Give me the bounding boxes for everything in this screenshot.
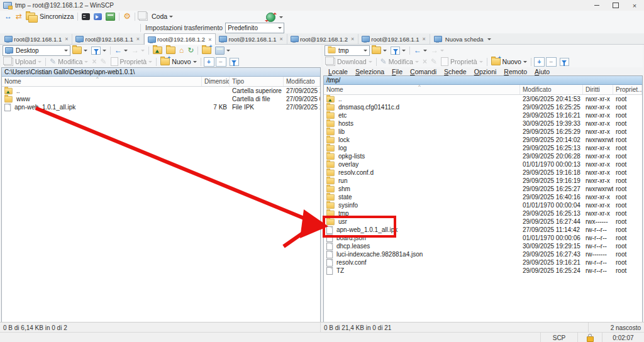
file-row[interactable]: apn-web_1.0.1_all.ipk7 KBFile IPK27/09/2… bbox=[2, 103, 320, 111]
file-row[interactable]: lib29/09/2025 16:25:29rwxr-xr-xroot bbox=[324, 128, 642, 136]
open-putty-button[interactable] bbox=[92, 11, 104, 21]
menu-schede[interactable]: Schede bbox=[440, 68, 470, 75]
download-button[interactable]: Download bbox=[325, 57, 374, 67]
column-header-rights[interactable]: Diritti bbox=[583, 85, 613, 94]
preferences-button[interactable]: ⚙ bbox=[121, 11, 133, 21]
session-refresh-button[interactable] bbox=[264, 12, 277, 22]
delete-button[interactable]: × bbox=[90, 57, 98, 67]
forward-button[interactable]: → bbox=[130, 45, 147, 55]
back-button[interactable]: ← bbox=[412, 45, 429, 55]
column-header-name[interactable]: Nome bbox=[2, 77, 202, 86]
file-row[interactable]: tmp29/09/2025 16:25:13rwxr-xr-xroot bbox=[324, 209, 642, 218]
file-row[interactable]: log29/09/2025 16:25:13rwxr-xr-xroot bbox=[324, 144, 642, 152]
view-style-button[interactable] bbox=[213, 45, 232, 55]
back-button[interactable]: ← bbox=[113, 45, 130, 55]
refresh-button[interactable]: ↻ bbox=[186, 45, 196, 55]
chevron-down-icon[interactable] bbox=[169, 16, 173, 19]
synchronize-browsing-button[interactable]: ⇄ bbox=[14, 11, 24, 21]
column-header-type[interactable]: Tipo bbox=[230, 77, 284, 86]
open-directory-button[interactable] bbox=[70, 45, 89, 55]
local-drive-select[interactable]: Desktop bbox=[3, 45, 70, 56]
remote-drive-select[interactable]: tmp bbox=[325, 45, 370, 56]
close-button[interactable]: × bbox=[625, 0, 644, 11]
session-tab[interactable]: root@192.168.1.1× bbox=[358, 34, 430, 44]
column-header-modified[interactable]: Modificato bbox=[520, 85, 583, 94]
add-bookmark-button[interactable] bbox=[200, 45, 213, 55]
new-button[interactable]: Nuovo bbox=[489, 57, 529, 67]
remote-path-bar[interactable]: /tmp/ bbox=[324, 76, 642, 85]
session-tab[interactable]: root@192.168.1.1× bbox=[216, 34, 287, 44]
column-header-modified[interactable]: Modificato bbox=[284, 77, 320, 86]
upload-button[interactable]: Upload bbox=[3, 57, 43, 67]
queue-button[interactable] bbox=[137, 11, 150, 21]
rename-button[interactable]: ✎ bbox=[98, 57, 108, 67]
select-add-button[interactable]: + bbox=[204, 57, 214, 67]
close-tab-icon[interactable]: × bbox=[422, 36, 426, 42]
new-button[interactable]: Nuovo bbox=[158, 57, 198, 67]
filter-button[interactable] bbox=[389, 45, 408, 55]
file-row[interactable]: hosts30/09/2025 19:39:33rwxr-xr-xroot bbox=[324, 119, 642, 128]
open-explorer-button[interactable] bbox=[104, 11, 117, 21]
properties-button[interactable]: Proprietà bbox=[439, 57, 485, 67]
file-row[interactable]: wwwCartella di file27/09/2025 00:29 bbox=[2, 95, 320, 103]
file-row[interactable]: state29/09/2025 16:40:16rwxr-xr-xroot bbox=[324, 193, 642, 201]
file-row[interactable]: overlay01/01/1970 00:00:13rwxr-xr-xroot bbox=[324, 160, 642, 168]
selection-filter-button[interactable] bbox=[230, 58, 239, 66]
file-row[interactable]: run29/09/2025 19:16:19rwxr-xr-xroot bbox=[324, 177, 642, 185]
edit-button[interactable]: ✎Modifica bbox=[379, 57, 421, 67]
file-row[interactable]: board.json01/01/1970 00:00:06rw-r--r--ro… bbox=[324, 234, 642, 242]
menu-file[interactable]: File bbox=[388, 68, 406, 75]
file-row[interactable]: ..Cartella superiore27/09/2025 12:26 bbox=[2, 87, 320, 95]
session-tab[interactable]: root@192.168.1.2× bbox=[144, 33, 216, 45]
file-row[interactable]: lock29/09/2025 20:14:02rwxrwxrwtroot bbox=[324, 136, 642, 144]
file-row[interactable]: sysinfo01/01/1970 00:00:04rwxr-xr-xroot bbox=[324, 201, 642, 209]
file-row[interactable]: usr29/09/2025 16:27:44rwx------root bbox=[324, 218, 642, 226]
close-tab-icon[interactable]: × bbox=[279, 36, 284, 42]
menu-aiuto[interactable]: Aiuto bbox=[531, 68, 553, 75]
local-path-bar[interactable]: C:\Users\Cristian Gallo\Desktop\apn-web1… bbox=[2, 68, 320, 77]
new-tab-button[interactable]: Nuova scheda bbox=[430, 34, 495, 44]
close-tab-icon[interactable]: × bbox=[208, 36, 212, 43]
menu-locale[interactable]: Locale bbox=[325, 68, 352, 75]
file-row[interactable]: dhcp.leases30/09/2025 19:29:15rw-r--r--r… bbox=[324, 242, 642, 250]
maximize-button[interactable] bbox=[606, 0, 625, 11]
edit-button[interactable]: ✎Modifica bbox=[48, 57, 90, 67]
column-header-name[interactable]: Nome bbox=[324, 85, 520, 94]
file-row[interactable]: resolv.conf29/09/2025 19:16:21rw-r--r--r… bbox=[324, 258, 642, 267]
select-remove-button[interactable]: − bbox=[546, 57, 557, 67]
session-tab[interactable]: root@192.168.1.1× bbox=[72, 34, 143, 44]
file-row[interactable]: shm29/09/2025 16:25:27rwxrwxrwtroot bbox=[324, 185, 642, 193]
minimize-button[interactable] bbox=[587, 0, 606, 11]
close-tab-icon[interactable]: × bbox=[350, 36, 355, 42]
protocol-status[interactable]: SCP bbox=[540, 333, 577, 342]
file-row[interactable]: dnsmasq.cfg01411c.d29/09/2025 16:25:25rw… bbox=[324, 103, 642, 111]
home-directory-button[interactable]: ⌂ bbox=[177, 45, 186, 55]
file-row[interactable]: opkg-lists29/09/2025 20:06:28rwxr-xr-xro… bbox=[324, 152, 642, 160]
selection-filter-button[interactable] bbox=[560, 58, 569, 66]
synchronize-button[interactable]: Sincronizza bbox=[24, 11, 75, 21]
menu-comandi[interactable]: Comandi bbox=[406, 68, 440, 75]
encryption-status[interactable] bbox=[577, 333, 602, 342]
open-terminal-button[interactable] bbox=[80, 11, 92, 21]
session-tab[interactable]: root@192.168.1.1× bbox=[1, 34, 72, 44]
file-row[interactable]: apn-web_1.0.1_all.ipk27/09/2025 11:14:42… bbox=[324, 226, 642, 234]
chevron-down-icon[interactable] bbox=[279, 16, 283, 20]
select-remove-button[interactable]: − bbox=[216, 57, 226, 67]
close-tab-icon[interactable]: × bbox=[136, 36, 140, 42]
menu-opzioni[interactable]: Opzioni bbox=[470, 68, 501, 75]
file-row[interactable]: resolv.conf.d29/09/2025 19:16:18rwxr-xr-… bbox=[324, 168, 642, 177]
filter-button[interactable] bbox=[89, 45, 108, 55]
forward-button[interactable]: → bbox=[429, 45, 446, 55]
root-directory-button[interactable] bbox=[164, 45, 177, 55]
delete-button[interactable]: × bbox=[421, 57, 429, 67]
file-row[interactable]: luci-indexcache.982881a4.json29/09/2025 … bbox=[324, 250, 642, 258]
file-row[interactable]: etc29/09/2025 19:16:21rwxr-xr-xroot bbox=[324, 111, 642, 119]
transfer-settings-select[interactable]: Predefinito bbox=[225, 23, 284, 33]
compare-directories-button[interactable]: ↔ bbox=[3, 11, 14, 21]
properties-button[interactable]: Proprietà bbox=[109, 57, 155, 67]
column-header-size[interactable]: Dimensio… bbox=[202, 77, 230, 86]
file-row[interactable]: ..23/06/2025 20:41:53rwxr-xr-xroot bbox=[324, 95, 642, 103]
close-tab-icon[interactable]: × bbox=[64, 36, 69, 42]
menu-seleziona[interactable]: Seleziona bbox=[352, 68, 388, 75]
column-header-owner[interactable]: Propriet… bbox=[613, 85, 642, 94]
